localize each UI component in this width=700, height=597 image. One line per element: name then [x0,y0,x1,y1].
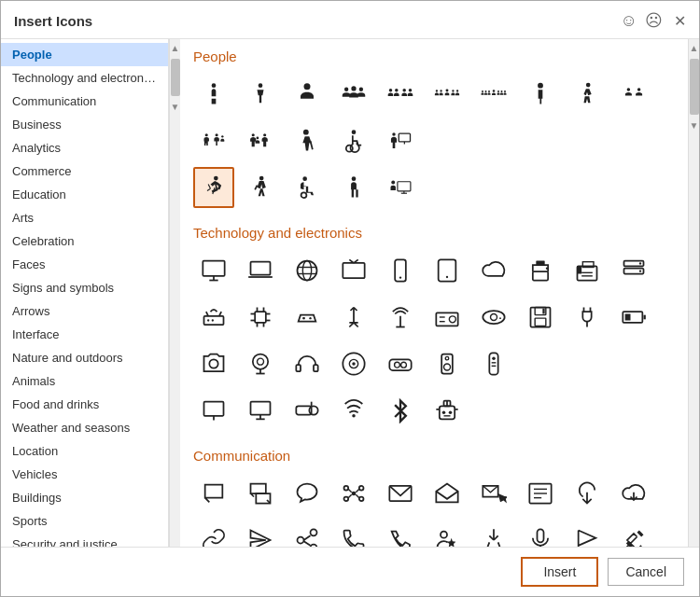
icon-family-1[interactable] [193,120,234,161]
icon-circuit[interactable] [240,297,281,338]
sidebar-item-communication[interactable]: Communication [1,90,168,113]
icon-envelope-star[interactable] [473,473,514,514]
sidebar-item-food-and-drinks[interactable]: Food and drinks [1,393,168,416]
sidebar-item-buildings[interactable]: Buildings [1,486,168,509]
sidebar-item-location[interactable]: Location [1,439,168,463]
icon-wheelchair[interactable] [333,120,374,161]
sidebar-item-sports[interactable]: Sports [1,509,168,533]
icon-fax[interactable] [567,250,608,291]
icon-cloud[interactable] [473,250,514,291]
icon-remote[interactable] [473,343,514,384]
sidebar-item-people[interactable]: People [1,43,168,66]
icon-radio[interactable] [427,297,468,338]
icon-person-running[interactable] [193,167,234,208]
icon-old-phone[interactable] [380,520,421,547]
icon-battery[interactable] [613,297,654,338]
icon-vr[interactable] [380,343,421,384]
icon-person-female[interactable] [240,74,281,115]
main-scrollbar[interactable]: ▲ ▼ [688,39,699,547]
icon-person-call[interactable] [427,520,468,547]
sidebar-item-education[interactable]: Education [1,183,168,206]
icon-person-tall[interactable] [520,74,561,115]
icon-server[interactable] [613,250,654,291]
icon-speaker[interactable] [427,343,468,384]
icon-camera[interactable] [193,343,234,384]
icon-phone[interactable] [380,250,421,291]
icon-person-standing2[interactable] [333,167,374,208]
sad-face-icon[interactable]: ☹ [645,10,663,31]
icon-vinyl[interactable] [333,343,374,384]
icon-projector[interactable] [287,390,328,431]
icon-person-walk[interactable] [567,74,608,115]
icon-router[interactable] [193,297,234,338]
cancel-button[interactable]: Cancel [608,558,684,586]
icon-person-presentation[interactable] [380,120,421,161]
main-scroll-up-arrow[interactable]: ▲ [688,41,699,55]
sidebar-item-nature-and-outdoors[interactable]: Nature and outdoors [1,346,168,369]
sidebar-item-security-and-justice[interactable]: Security and justice [1,533,168,547]
icon-plug[interactable] [567,297,608,338]
icon-headphone[interactable] [287,343,328,384]
icon-group-many[interactable] [473,74,514,115]
icon-pen[interactable] [473,520,514,547]
icon-tv[interactable] [333,250,374,291]
sidebar-item-weather-and-seasons[interactable]: Weather and seasons [1,416,168,439]
icon-satellite[interactable] [613,520,654,547]
icon-person-wheelchair2[interactable] [287,167,328,208]
sidebar-item-arrows[interactable]: Arrows [1,299,168,323]
icon-tablet[interactable] [427,250,468,291]
icon-bluetooth[interactable] [380,390,421,431]
sidebar-scroll-up-arrow[interactable]: ▲ [169,41,180,55]
icon-gamepad[interactable] [287,297,328,338]
icon-group-four[interactable] [380,74,421,115]
sidebar-item-vehicles[interactable]: Vehicles [1,463,168,486]
sidebar-scroll-thumb[interactable] [171,59,180,96]
sidebar-item-business[interactable]: Business [1,113,168,136]
icon-antenna[interactable] [380,297,421,338]
icon-person-silhouette[interactable] [287,74,328,115]
sidebar-item-technology-and-electronics[interactable]: Technology and electronics [1,66,168,90]
icon-link[interactable] [193,520,234,547]
icon-network[interactable] [333,473,374,514]
icon-family-2[interactable] [240,120,281,161]
sidebar-item-interface[interactable]: Interface [1,323,168,346]
sidebar-item-animals[interactable]: Animals [1,369,168,393]
icon-envelope[interactable] [380,473,421,514]
main-scroll-thumb[interactable] [690,59,699,115]
icon-person-hiking[interactable] [240,167,281,208]
icon-usb[interactable] [333,297,374,338]
close-button[interactable]: ✕ [674,12,686,30]
sidebar-item-commerce[interactable]: Commerce [1,160,168,183]
icon-person-standing[interactable] [193,74,234,115]
sidebar-item-signs-and-symbols[interactable]: Signs and symbols [1,276,168,299]
icon-chat-bubbles[interactable] [240,473,281,514]
icon-person-group-small[interactable] [613,74,654,115]
icon-globe[interactable] [287,250,328,291]
insert-button[interactable]: Insert [521,557,598,587]
icon-cloud-download[interactable] [613,473,654,514]
icon-person-cane[interactable] [287,120,328,161]
icon-download[interactable] [567,473,608,514]
icon-wifi-antenna[interactable] [333,390,374,431]
icon-phone-call[interactable] [333,520,374,547]
icon-webcam[interactable] [240,343,281,384]
sidebar-item-celebration[interactable]: Celebration [1,229,168,253]
icon-monitor-small[interactable] [240,390,281,431]
icon-newsletter[interactable] [520,473,561,514]
icon-robot[interactable] [427,390,468,431]
sidebar-item-analytics[interactable]: Analytics [1,136,168,160]
main-scroll-down-arrow[interactable]: ▼ [688,118,699,132]
icon-group-three[interactable] [333,74,374,115]
icon-chat-bubble[interactable] [193,473,234,514]
icon-monitor[interactable] [193,250,234,291]
icon-envelope-open[interactable] [427,473,468,514]
icon-group-five[interactable] [427,74,468,115]
icon-floppy[interactable] [520,297,561,338]
icon-speech-cloud[interactable] [287,473,328,514]
icon-laptop[interactable] [240,250,281,291]
sidebar-item-arts[interactable]: Arts [1,206,168,229]
icon-printer[interactable] [520,250,561,291]
icon-send[interactable] [240,520,281,547]
icon-hdd[interactable] [473,297,514,338]
icon-flag[interactable] [567,520,608,547]
